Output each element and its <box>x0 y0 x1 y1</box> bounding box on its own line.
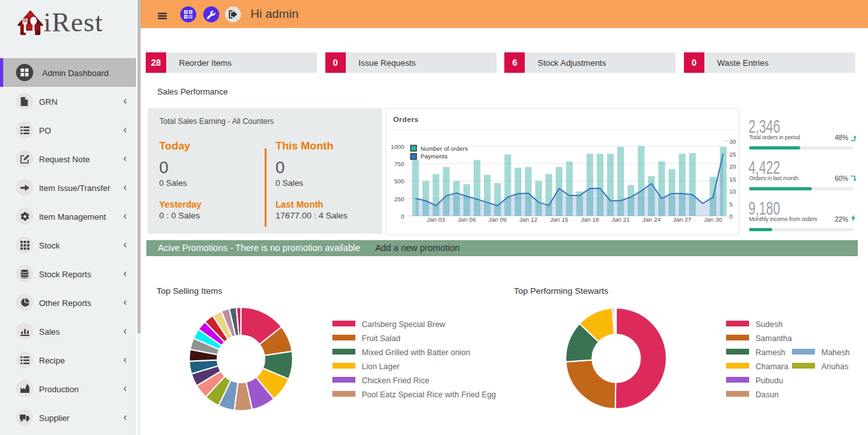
svg-text:Jan 06: Jan 06 <box>458 216 476 223</box>
svg-text:Jan 03: Jan 03 <box>427 216 446 223</box>
svg-text:Jan 12: Jan 12 <box>519 216 538 223</box>
svg-text:0: 0 <box>401 213 404 220</box>
svg-text:Jan 18: Jan 18 <box>581 216 600 223</box>
svg-text:30: 30 <box>729 138 736 145</box>
svg-text:0: 0 <box>729 213 732 220</box>
svg-text:250: 250 <box>394 195 405 202</box>
svg-text:Jan 30: Jan 30 <box>704 216 722 223</box>
svg-text:1000: 1000 <box>391 143 404 150</box>
svg-text:20: 20 <box>729 163 736 170</box>
svg-text:750: 750 <box>394 160 405 167</box>
svg-text:500: 500 <box>394 178 405 185</box>
svg-text:5: 5 <box>729 201 732 208</box>
svg-text:25: 25 <box>729 151 736 158</box>
svg-text:Payments: Payments <box>421 153 447 160</box>
svg-text:Jan 15: Jan 15 <box>550 216 568 223</box>
svg-text:15: 15 <box>729 176 736 183</box>
svg-text:Jan 09: Jan 09 <box>488 216 507 223</box>
svg-text:Jan 24: Jan 24 <box>642 216 661 223</box>
svg-text:Number of orders: Number of orders <box>421 145 468 152</box>
svg-text:Jan 27: Jan 27 <box>673 216 692 223</box>
svg-text:10: 10 <box>729 188 736 195</box>
svg-text:Jan 21: Jan 21 <box>612 216 630 223</box>
